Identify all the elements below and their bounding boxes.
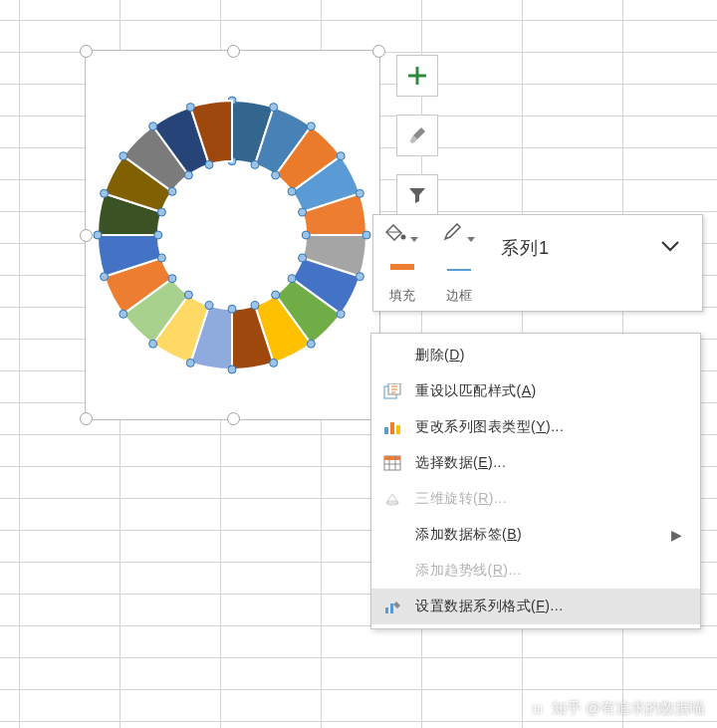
series-point-handle[interactable]: [94, 231, 102, 239]
series-point-handle[interactable]: [186, 104, 194, 112]
svg-rect-7: [384, 456, 400, 460]
blank-icon: [381, 346, 403, 365]
menu-item-6: 添加趋势线(R)...: [371, 553, 700, 589]
menu-item-1[interactable]: 重设以匹配样式(A): [371, 373, 700, 409]
series-point-handle[interactable]: [154, 231, 162, 239]
series-point-handle[interactable]: [157, 208, 165, 216]
menu-item-3[interactable]: 选择数据(E)...: [371, 445, 700, 481]
chart-styles-button[interactable]: [396, 115, 438, 156]
series-point-handle[interactable]: [362, 231, 370, 239]
menu-item-label: 选择数据(E)...: [415, 454, 682, 472]
resize-handle-sw[interactable]: [80, 412, 93, 425]
chevron-down-icon: [660, 240, 680, 252]
svg-rect-3: [384, 427, 388, 434]
series-point-handle[interactable]: [337, 310, 345, 318]
menu-item-label: 删除(D): [415, 347, 682, 364]
series-selector[interactable]: 系列1: [487, 223, 694, 269]
blank-icon: [381, 525, 403, 545]
series-point-handle[interactable]: [149, 340, 157, 348]
paint-bucket-icon: [385, 223, 407, 243]
series-point-handle[interactable]: [168, 187, 176, 195]
resize-handle-ne[interactable]: [372, 45, 385, 58]
mini-toolbar: 填充 边框 系列1: [372, 214, 703, 312]
chevron-down-icon: [467, 237, 475, 243]
svg-rect-10: [390, 604, 393, 613]
chevron-down-icon: [410, 237, 418, 243]
submenu-arrow-icon: ▶: [671, 527, 682, 543]
series-point-handle[interactable]: [251, 160, 259, 168]
chart-elements-button[interactable]: [396, 55, 438, 97]
svg-rect-4: [390, 422, 394, 434]
series-point-handle[interactable]: [270, 104, 278, 112]
rotate3d-icon: [381, 489, 403, 509]
menu-item-label: 重设以匹配样式(A): [415, 382, 682, 400]
resize-handle-n[interactable]: [227, 45, 240, 58]
series-point-handle[interactable]: [337, 152, 345, 160]
menu-item-5[interactable]: 添加数据标签(B)▶: [371, 517, 700, 553]
menu-item-2[interactable]: 更改系列图表类型(Y)...: [371, 409, 700, 445]
outline-dropdown[interactable]: 边框: [430, 215, 487, 311]
context-menu: 删除(D)重设以匹配样式(A)更改系列图表类型(Y)...选择数据(E)...三…: [370, 333, 701, 629]
series-point-handle[interactable]: [288, 275, 296, 283]
outline-label: 边框: [446, 287, 472, 305]
series-point-handle[interactable]: [307, 340, 315, 348]
series-point-handle[interactable]: [270, 359, 278, 366]
chart-filters-button[interactable]: [396, 174, 438, 216]
series-point-handle[interactable]: [101, 189, 109, 197]
series-selector-value: 系列1: [501, 232, 660, 260]
series-point-handle[interactable]: [272, 291, 280, 299]
pen-icon: [442, 223, 464, 243]
plus-icon: [408, 67, 426, 85]
resize-handle-w[interactable]: [80, 229, 93, 242]
doughnut-chart-object[interactable]: [85, 50, 380, 420]
menu-item-label: 添加趋势线(R)...: [415, 562, 682, 580]
doughnut-chart[interactable]: [86, 51, 379, 419]
series-point-handle[interactable]: [120, 152, 127, 160]
series-point-handle[interactable]: [307, 122, 315, 130]
series-point-handle[interactable]: [157, 254, 165, 262]
series-point-handle[interactable]: [356, 189, 363, 197]
series-point-handle[interactable]: [149, 122, 157, 130]
blank-icon: [381, 561, 403, 581]
series-point-handle[interactable]: [184, 291, 192, 299]
series-point-handle[interactable]: [205, 302, 213, 310]
series-point-handle[interactable]: [205, 160, 213, 168]
reset-icon: [381, 381, 403, 401]
selectdata-icon: [381, 453, 403, 473]
series-point-handle[interactable]: [272, 171, 280, 179]
series-point-handle[interactable]: [288, 187, 296, 195]
series-point-handle[interactable]: [251, 302, 259, 310]
menu-item-label: 三维旋转(R)...: [415, 490, 682, 508]
series-point-handle[interactable]: [120, 310, 127, 318]
series-point-handle[interactable]: [228, 365, 236, 373]
menu-item-0[interactable]: 删除(D): [371, 338, 700, 373]
watermark: 知 知乎 @有追求的数据喵: [528, 699, 705, 718]
series-point-handle[interactable]: [299, 208, 307, 216]
series-point-handle[interactable]: [299, 254, 307, 262]
outline-color-swatch: [447, 263, 471, 271]
menu-item-4: 三维旋转(R)...: [371, 481, 700, 517]
formatseries-icon: [381, 597, 403, 616]
svg-rect-9: [385, 607, 388, 613]
menu-item-label: 设置数据系列格式(F)...: [415, 598, 682, 615]
menu-item-label: 添加数据标签(B): [415, 526, 659, 544]
series-point-handle[interactable]: [184, 171, 192, 179]
resize-handle-s[interactable]: [227, 412, 240, 425]
paintbrush-icon: [407, 125, 427, 145]
funnel-icon: [408, 186, 426, 204]
series-point-handle[interactable]: [302, 231, 310, 239]
zhihu-icon: 知: [528, 700, 546, 718]
series-point-handle[interactable]: [168, 275, 176, 283]
fill-dropdown[interactable]: 填充: [373, 215, 430, 311]
series-point-handle[interactable]: [101, 273, 109, 281]
svg-text:知: 知: [531, 702, 542, 714]
series-point-handle[interactable]: [228, 305, 236, 313]
menu-item-label: 更改系列图表类型(Y)...: [415, 418, 682, 436]
series-point-handle[interactable]: [356, 273, 363, 281]
menu-item-7[interactable]: 设置数据系列格式(F)...: [371, 589, 700, 624]
resize-handle-nw[interactable]: [80, 45, 93, 58]
series-point-handle[interactable]: [186, 359, 194, 366]
svg-point-0: [401, 235, 406, 240]
fill-color-swatch: [390, 264, 414, 270]
fill-label: 填充: [389, 287, 415, 305]
